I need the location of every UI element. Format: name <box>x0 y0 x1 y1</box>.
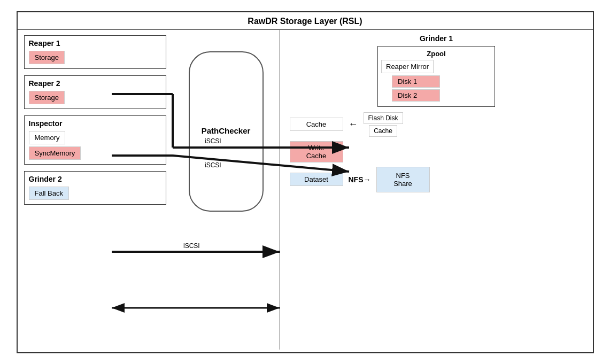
inspector-syncmemory: SyncMemory <box>29 146 81 160</box>
reaper2-title: Reaper 2 <box>29 79 161 88</box>
grinder2-title: Grinder 2 <box>29 175 161 183</box>
reaper1-title: Reaper 1 <box>29 39 161 48</box>
flash-disk-label: Flash Disk <box>364 112 403 124</box>
disk1-box: Disk 1 <box>392 75 440 88</box>
left-arrow-cache: ← <box>349 119 358 130</box>
write-cache-box: Write Cache <box>290 141 343 162</box>
left-column: Reaper 1 Storage Reaper 2 Storage Inspec… <box>18 30 173 350</box>
pathchecker-label: PathChecker <box>202 126 251 135</box>
inspector-box: Inspector Memory SyncMemory <box>24 115 166 165</box>
cache-box: Cache <box>290 118 343 131</box>
nfs-arrow: NFS→ <box>349 175 371 184</box>
flash-cache-label: Cache <box>369 125 397 137</box>
outer-container: RawDR Storage Layer (RSL) Reaper 1 Stora… <box>17 11 594 353</box>
nfs-share-box: NFS Share <box>376 167 430 192</box>
grinder1-area: Grinder 1 Zpool Reaper Mirror Disk 1 Dis… <box>280 30 593 350</box>
disk2-box: Disk 2 <box>392 89 440 102</box>
zpool-box: Zpool Reaper Mirror Disk 1 Disk 2 <box>377 46 495 107</box>
grinder2-box: Grinder 2 Fall Back <box>24 171 166 205</box>
diagram-title: RawDR Storage Layer (RSL) <box>18 12 593 30</box>
grinder2-fallback: Fall Back <box>29 187 69 200</box>
dataset-box: Dataset <box>290 173 343 186</box>
reaper1-box: Reaper 1 Storage <box>24 35 166 69</box>
main-layout: Reaper 1 Storage Reaper 2 Storage Inspec… <box>18 30 593 350</box>
reaper2-box: Reaper 2 Storage <box>24 75 166 109</box>
zpool-title: Zpool <box>381 50 491 58</box>
reaper-mirror-label: Reaper Mirror <box>386 63 429 71</box>
inspector-title: Inspector <box>29 119 161 128</box>
reaper2-storage: Storage <box>29 91 65 104</box>
grinder1-title: Grinder 1 <box>284 34 589 43</box>
middle-column: PathChecker <box>173 30 280 350</box>
reaper1-storage: Storage <box>29 51 65 64</box>
inspector-memory: Memory <box>29 131 66 144</box>
